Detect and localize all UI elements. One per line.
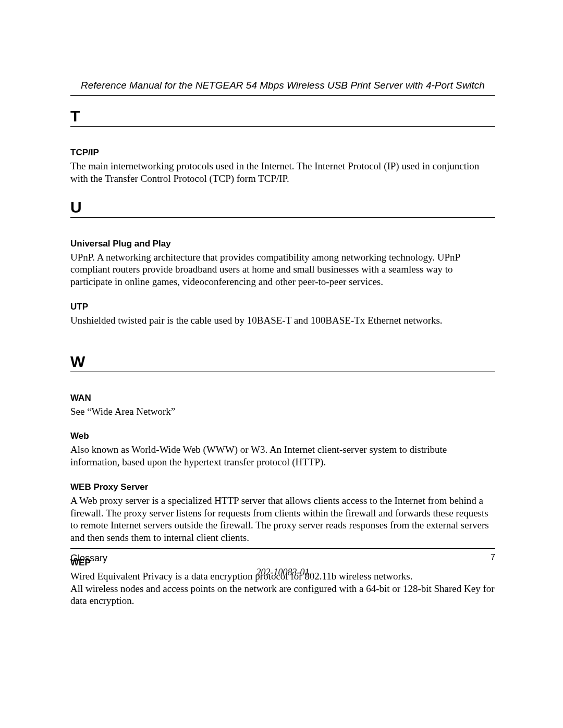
footer-doc-number: 202-10083-01 bbox=[70, 567, 495, 578]
footer-section: Glossary bbox=[70, 553, 107, 564]
page-footer: Glossary 7 202-10083-01 bbox=[70, 548, 495, 578]
definition-tcpip: The main internetworking protocols used … bbox=[70, 160, 495, 185]
page: Reference Manual for the NETGEAR 54 Mbps… bbox=[0, 0, 563, 728]
entry-webproxy: WEB Proxy Server A Web proxy server is a… bbox=[70, 482, 495, 544]
footer-row: Glossary 7 bbox=[70, 553, 495, 564]
entry-web: Web Also known as World-Wide Web (WWW) o… bbox=[70, 431, 495, 468]
definition-upnp: UPnP. A networking architecture that pro… bbox=[70, 251, 495, 288]
definition-wan: See “Wide Area Network” bbox=[70, 405, 495, 418]
section-letter-T: T bbox=[70, 107, 495, 127]
section-letter-W: W bbox=[70, 353, 495, 372]
term-tcpip: TCP/IP bbox=[70, 147, 495, 158]
definition-web: Also known as World-Wide Web (WWW) or W3… bbox=[70, 443, 495, 468]
definition-webproxy: A Web proxy server is a specialized HTTP… bbox=[70, 495, 495, 544]
running-header: Reference Manual for the NETGEAR 54 Mbps… bbox=[70, 80, 495, 96]
entry-tcpip: TCP/IP The main internetworking protocol… bbox=[70, 147, 495, 185]
entry-wan: WAN See “Wide Area Network” bbox=[70, 393, 495, 418]
entry-upnp: Universal Plug and Play UPnP. A networki… bbox=[70, 239, 495, 288]
term-webproxy: WEB Proxy Server bbox=[70, 482, 495, 492]
term-wan: WAN bbox=[70, 393, 495, 403]
footer-page-number: 7 bbox=[491, 553, 495, 564]
entry-utp: UTP Unshielded twisted pair is the cable… bbox=[70, 302, 495, 327]
term-utp: UTP bbox=[70, 302, 495, 312]
definition-utp: Unshielded twisted pair is the cable use… bbox=[70, 314, 495, 327]
term-web: Web bbox=[70, 431, 495, 441]
footer-rule bbox=[70, 548, 495, 549]
term-upnp: Universal Plug and Play bbox=[70, 239, 495, 249]
section-letter-U: U bbox=[70, 199, 495, 218]
